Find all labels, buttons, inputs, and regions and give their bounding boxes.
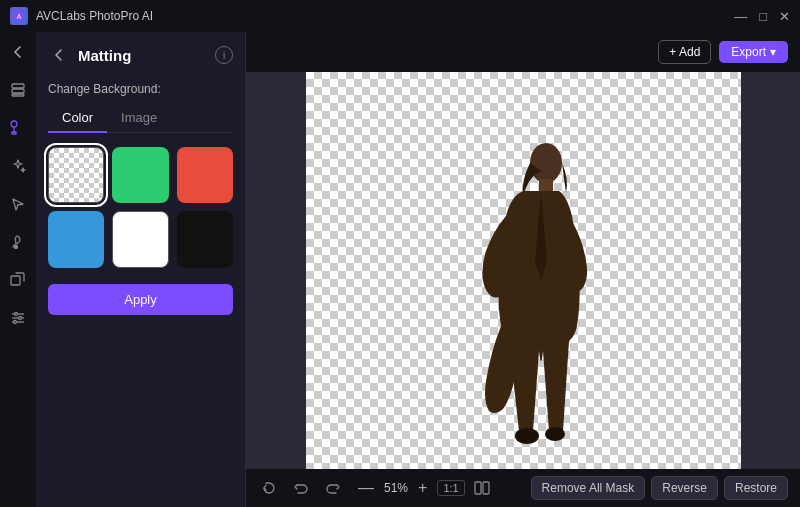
zoom-in-button[interactable]: + [414,477,431,499]
tab-image[interactable]: Image [107,106,171,133]
restore-button[interactable]: Restore [724,476,788,500]
svg-point-13 [14,321,17,324]
window-controls[interactable]: — □ ✕ [734,9,790,24]
svg-point-16 [515,428,539,444]
swatch-blue[interactable] [48,211,104,267]
zoom-level: 51% [384,481,408,495]
top-bar: + Add Export ▾ [246,32,800,72]
canvas-frame [306,72,741,469]
svg-text:A: A [17,13,22,20]
fit-button[interactable]: 1:1 [437,480,464,496]
swatch-red[interactable] [177,147,233,203]
svg-point-6 [15,246,18,249]
color-image-tabs: Color Image [48,106,233,133]
svg-rect-2 [12,84,24,88]
sidebar-paint-icon[interactable] [6,230,30,254]
svg-point-12 [19,317,22,320]
title-bar: A AVCLabs PhotoPro AI — □ ✕ [0,0,800,32]
svg-rect-15 [539,179,553,193]
side-panel: Matting i Change Background: Color Image… [36,32,246,507]
swatch-transparent[interactable] [48,147,104,203]
icon-sidebar [0,32,36,507]
main-layout: Matting i Change Background: Color Image… [0,32,800,507]
sidebar-clone-icon[interactable] [6,268,30,292]
bottom-bar: — 51% + 1:1 Remove All Mask Reverse Rest… [246,469,800,507]
sidebar-magic-icon[interactable] [6,154,30,178]
sidebar-brush-icon[interactable] [6,116,30,140]
svg-rect-3 [12,89,24,93]
tab-color[interactable]: Color [48,106,107,133]
panel-back-button[interactable] [48,44,70,66]
svg-rect-18 [475,482,481,494]
color-grid [48,147,233,268]
zoom-controls: — 51% + 1:1 [354,477,493,499]
svg-point-5 [11,121,17,127]
svg-rect-4 [12,94,24,96]
sidebar-select-icon[interactable] [6,192,30,216]
redo-icon[interactable] [322,477,344,499]
reverse-button[interactable]: Reverse [651,476,718,500]
svg-point-14 [530,143,562,183]
title-bar-left: A AVCLabs PhotoPro AI [10,7,153,25]
panel-info-button[interactable]: i [215,46,233,64]
app-icon: A [10,7,28,25]
svg-rect-19 [483,482,489,494]
close-button[interactable]: ✕ [779,9,790,24]
compare-icon[interactable] [471,477,493,499]
reset-icon[interactable] [258,477,280,499]
svg-rect-7 [11,276,20,285]
undo-icon[interactable] [290,477,312,499]
bottom-right-controls: Remove All Mask Reverse Restore [531,476,788,500]
sidebar-layers-icon[interactable] [6,78,30,102]
export-chevron-icon: ▾ [770,45,776,59]
zoom-out-button[interactable]: — [354,477,378,499]
app-title: AVCLabs PhotoPro AI [36,9,153,23]
minimize-button[interactable]: — [734,9,747,24]
swatch-black[interactable] [177,211,233,267]
sidebar-back-icon[interactable] [6,40,30,64]
canvas-area: + Add Export ▾ [246,32,800,507]
panel-title: Matting [78,47,131,64]
export-button[interactable]: Export ▾ [719,41,788,63]
svg-point-11 [15,313,18,316]
change-bg-label: Change Background: [48,82,233,96]
sidebar-adjust-icon[interactable] [6,306,30,330]
apply-button[interactable]: Apply [48,284,233,315]
bottom-left-controls: — 51% + 1:1 [258,477,493,499]
remove-all-mask-button[interactable]: Remove All Mask [531,476,646,500]
panel-header: Matting i [48,44,233,66]
swatch-white[interactable] [112,211,168,267]
person-silhouette [451,141,631,451]
canvas-viewport [246,72,800,469]
maximize-button[interactable]: □ [759,9,767,24]
svg-point-17 [545,427,565,441]
swatch-green[interactable] [112,147,168,203]
add-button[interactable]: + Add [658,40,711,64]
